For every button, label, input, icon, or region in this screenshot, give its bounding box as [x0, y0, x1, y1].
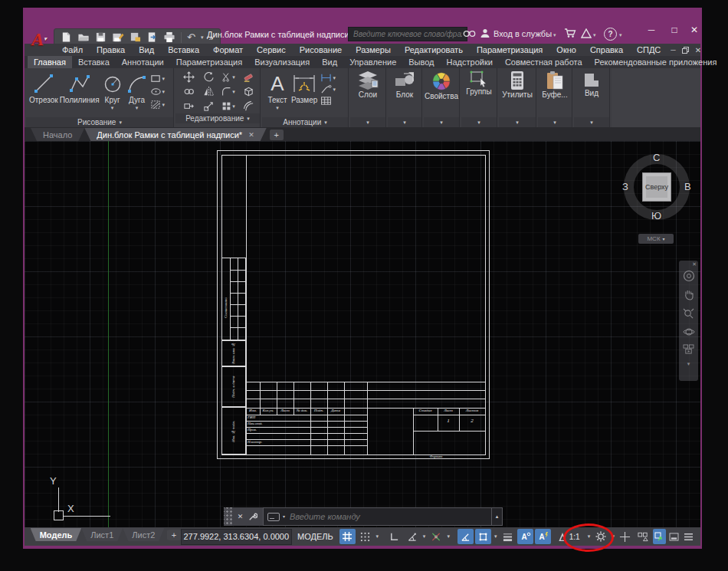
showmotion-icon[interactable] — [683, 344, 694, 354]
command-input[interactable] — [288, 511, 487, 522]
polar-tracking-icon[interactable] — [404, 529, 420, 544]
layout1-tab[interactable]: Лист1 — [81, 528, 123, 541]
user-icon[interactable] — [480, 28, 490, 38]
app-menu-button[interactable]: A▾ — [26, 28, 52, 51]
export-icon[interactable] — [146, 31, 158, 43]
rectangle-button[interactable]: ▾ — [150, 73, 166, 84]
save-as-icon[interactable] — [112, 31, 124, 43]
erase-icon[interactable] — [243, 71, 254, 83]
line-button[interactable]: Отрезок — [29, 71, 58, 104]
rotate-icon[interactable] — [203, 71, 215, 83]
annotation-scale-button[interactable]: 1:1 — [553, 529, 585, 544]
view-base-icon[interactable] — [582, 71, 602, 89]
dynamic-input-icon[interactable] — [457, 529, 474, 544]
command-line-grip[interactable] — [224, 507, 232, 526]
ribbon-tab-collaborate[interactable]: Совместная работа — [499, 56, 589, 68]
customization-menu-icon[interactable] — [682, 529, 695, 544]
ribbon-tab-spds[interactable]: СПДС 2019 — [723, 56, 728, 68]
clean-screen-icon[interactable] — [667, 529, 680, 544]
navwheel-icon[interactable] — [683, 270, 695, 282]
table-button[interactable] — [320, 96, 336, 106]
ellipse-button[interactable]: ▾ — [150, 86, 166, 97]
close-button[interactable]: ✕ — [685, 23, 703, 37]
fillet-icon[interactable]: ▾ — [221, 87, 235, 97]
menu-window[interactable]: Окно — [549, 45, 583, 54]
search-binoculars-icon[interactable] — [463, 28, 476, 38]
circle-button[interactable]: Круг ▾ — [101, 71, 124, 110]
panel-view-expand[interactable]: ▾ — [574, 117, 609, 127]
panel-modify-label[interactable]: Редактирование▾ — [175, 113, 260, 123]
new-file-icon[interactable] — [61, 31, 72, 43]
ortho-mode-icon[interactable] — [386, 529, 402, 544]
array-icon[interactable]: ▾ — [221, 101, 235, 111]
sign-in-button[interactable]: Вход в службы — [494, 29, 552, 38]
hatch-button[interactable]: ▾ — [150, 99, 166, 110]
panel-draw-label[interactable]: Рисование▾ — [26, 117, 173, 127]
doc-close-icon[interactable]: ✕ — [692, 46, 706, 54]
viewcube-west[interactable]: З — [622, 181, 628, 192]
text-button[interactable]: A Текст ▾ — [267, 71, 288, 110]
annotation-scale-chevron-icon[interactable]: ▾ — [585, 529, 592, 544]
ribbon-tab-manage[interactable]: Управление — [343, 56, 402, 68]
new-layout-button[interactable]: + — [167, 530, 180, 540]
tab-close-icon[interactable]: ✕ — [248, 131, 254, 139]
ribbon-tab-visualize[interactable]: Визуализация — [248, 56, 316, 68]
ribbon-tab-home[interactable]: Главная — [28, 56, 72, 68]
ribbon-tab-view[interactable]: Вид — [316, 56, 343, 68]
ribbon-tab-output[interactable]: Вывод — [402, 56, 440, 68]
menu-view[interactable]: Вид — [132, 45, 161, 54]
command-close-icon[interactable]: ✕ — [238, 513, 244, 520]
copy-icon[interactable] — [183, 86, 195, 97]
snap-chevron-icon[interactable]: ▾ — [374, 529, 381, 544]
batch-plot-icon[interactable] — [130, 31, 141, 43]
menu-dimension[interactable]: Размеры — [349, 45, 398, 54]
exchange-apps-icon[interactable] — [581, 28, 592, 38]
drawing-canvas[interactable]: Согласовано Взам. инв. № Подп. и дата Ин… — [25, 141, 700, 527]
block-icon[interactable] — [393, 71, 416, 90]
menu-help[interactable]: Справка — [583, 45, 630, 54]
zoom-icon[interactable] — [683, 308, 694, 320]
viewcube-top-face[interactable]: Сверху — [642, 172, 671, 202]
hardware-acceleration-icon[interactable] — [653, 529, 666, 544]
ribbon-tab-featured[interactable]: Рекомендованные приложения — [589, 56, 723, 68]
move-icon[interactable] — [183, 71, 195, 83]
maximize-button[interactable]: □ — [665, 23, 684, 37]
navbar-close-icon[interactable]: ✕ — [692, 261, 697, 267]
menu-format[interactable]: Формат — [206, 45, 250, 54]
navbar-chevron-icon[interactable]: ▾ — [687, 361, 690, 366]
pan-icon[interactable] — [684, 289, 694, 301]
panel-properties-expand[interactable]: ▾ — [424, 117, 459, 127]
print-icon[interactable] — [163, 31, 175, 43]
ribbon-tab-addins[interactable]: Надстройки — [441, 56, 499, 68]
workspace-gear-icon[interactable] — [593, 529, 609, 544]
menu-tools[interactable]: Сервис — [250, 45, 293, 54]
open-folder-icon[interactable] — [77, 31, 90, 43]
otrack-chevron-icon[interactable]: ▾ — [445, 529, 452, 544]
panel-groups-expand[interactable]: ▾ — [461, 117, 497, 127]
panel-utilities-expand[interactable]: ▾ — [499, 117, 536, 127]
scale-icon[interactable] — [203, 100, 215, 112]
minimize-button[interactable]: ─ — [642, 23, 661, 37]
menu-spds[interactable]: СПДС — [630, 45, 667, 54]
explode-icon[interactable] — [243, 86, 254, 97]
dimension-button[interactable]: Размер — [291, 71, 317, 104]
annotation-autoscale-icon[interactable]: А — [535, 529, 551, 544]
menu-parametric[interactable]: Параметризация — [470, 45, 549, 54]
object-snap-tracking-icon[interactable] — [428, 529, 444, 544]
sign-in-chevron-icon[interactable]: ▾ — [553, 32, 556, 38]
object-snap-icon[interactable] — [475, 529, 491, 544]
linear-dim-button[interactable]: ▾ — [320, 73, 336, 83]
properties-wheel-icon[interactable] — [431, 71, 452, 92]
panel-layers-expand[interactable]: ▾ — [350, 117, 385, 127]
snap-mode-icon[interactable] — [357, 529, 373, 544]
store-cart-icon[interactable] — [564, 28, 576, 38]
arc-button[interactable]: Дуга ▾ — [126, 71, 149, 110]
mirror-icon[interactable] — [203, 86, 215, 97]
polyline-button[interactable]: Полилиния — [60, 71, 100, 104]
save-icon[interactable] — [95, 31, 107, 43]
utilities-calculator-icon[interactable] — [509, 71, 526, 90]
isolate-objects-icon[interactable] — [635, 529, 651, 544]
command-prompt-icon[interactable] — [267, 513, 280, 521]
layers-icon[interactable] — [356, 71, 379, 90]
menu-file[interactable]: Файл — [55, 45, 90, 54]
